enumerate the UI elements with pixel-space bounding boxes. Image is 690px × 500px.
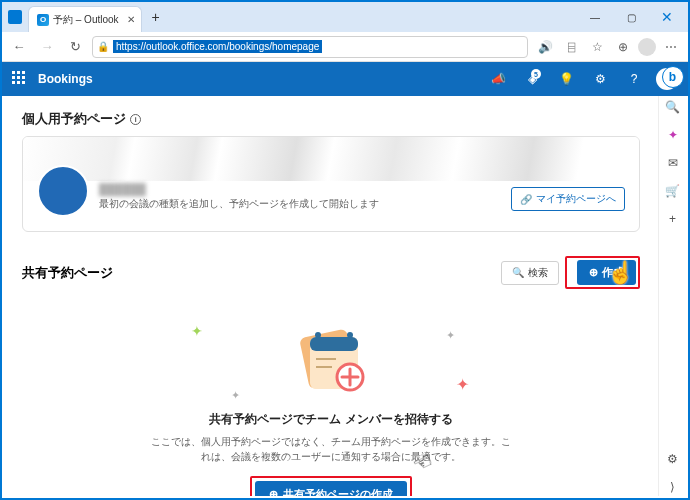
empty-state: ✦ ✦ ✦ ✦ 共有予約ページでチーム メンバーを招待する ここでは、個人用予約…	[22, 299, 640, 496]
app-header: Bookings 📣 ◈5 💡 ⚙ ?	[2, 62, 688, 96]
shared-section-title: 共有予約ページ	[22, 264, 113, 282]
outlook-rail-icon[interactable]: ✉	[664, 154, 682, 172]
add-rail-icon[interactable]: +	[664, 210, 682, 228]
teams-icon[interactable]: 📣	[486, 67, 510, 91]
collections-icon[interactable]: ⊕	[612, 36, 634, 58]
search-rail-icon[interactable]: 🔍	[664, 98, 682, 116]
reading-list-icon[interactable]: ⌸	[560, 36, 582, 58]
user-avatar-large	[37, 165, 89, 217]
profile-icon[interactable]	[638, 38, 656, 56]
url-field[interactable]: 🔒 https://outlook.office.com/bookings/ho…	[92, 36, 528, 58]
main-scroll[interactable]: 個人用予約ページ i ██████ 最初の会議の種類を追加し、予約ページを作成し…	[4, 96, 658, 496]
app-title: Bookings	[38, 72, 93, 86]
notification-badge: 5	[531, 69, 541, 79]
help-icon[interactable]: ?	[622, 67, 646, 91]
browser-tab[interactable]: O 予約 – Outlook ✕	[28, 6, 142, 32]
empty-description: ここでは、個人用予約ページではなく、チーム用予約ページを作成できます。これは、会…	[151, 434, 511, 464]
tab-title: 予約 – Outlook	[53, 13, 119, 27]
forward-button[interactable]: →	[36, 36, 58, 58]
maximize-button[interactable]: ▢	[614, 5, 648, 29]
calendar-illustration	[286, 319, 376, 399]
plus-circle-icon: ⊕	[589, 266, 598, 279]
svg-point-3	[315, 332, 321, 338]
svg-rect-2	[310, 337, 358, 351]
search-icon: 🔍	[512, 267, 524, 278]
tab-close-icon[interactable]: ✕	[127, 14, 135, 25]
edge-browser-icon	[8, 10, 22, 24]
window-controls: — ▢ ✕	[578, 5, 684, 29]
link-icon: 🔗	[520, 194, 532, 205]
url-text: https://outlook.office.com/bookings/home…	[113, 40, 322, 53]
shopping-rail-icon[interactable]: 🛒	[664, 182, 682, 200]
create-shared-page-button[interactable]: ⊕ 共有予約ページの作成	[255, 481, 407, 496]
svg-point-4	[347, 332, 353, 338]
search-button[interactable]: 🔍 検索	[501, 261, 559, 285]
collapse-rail-icon[interactable]: ⟩	[664, 478, 682, 496]
lightbulb-icon[interactable]: 💡	[554, 67, 578, 91]
lock-icon: 🔒	[97, 41, 109, 52]
settings-icon[interactable]: ⚙	[588, 67, 612, 91]
reload-button[interactable]: ↻	[64, 36, 86, 58]
sparkle-icon: ✦	[456, 375, 469, 394]
diamond-icon[interactable]: ◈5	[520, 67, 544, 91]
personal-desc: 最初の会議の種類を追加し、予約ページを作成して開始します	[99, 197, 501, 211]
bing-chat-icon[interactable]: b	[662, 66, 684, 88]
sparkle-icon: ✦	[446, 329, 455, 342]
menu-icon[interactable]: ⋯	[660, 36, 682, 58]
settings-rail-icon[interactable]: ⚙	[664, 450, 682, 468]
favorites-icon[interactable]: ☆	[586, 36, 608, 58]
empty-title: 共有予約ページでチーム メンバーを招待する	[62, 411, 600, 428]
personal-section-title: 個人用予約ページ i	[22, 110, 640, 128]
create-button[interactable]: ⊕ 作成	[577, 260, 636, 285]
highlight-box-create-shared: ⊕ 共有予約ページの作成	[250, 476, 412, 496]
outlook-icon: O	[37, 14, 49, 26]
new-tab-button[interactable]: +	[146, 7, 166, 27]
user-name: ██████	[99, 183, 501, 195]
personal-booking-card: ██████ 最初の会議の種類を追加し、予約ページを作成して開始します 🔗 マイ…	[22, 136, 640, 232]
minimize-button[interactable]: —	[578, 5, 612, 29]
hero-banner	[23, 137, 639, 181]
info-icon[interactable]: i	[130, 114, 141, 125]
app-launcher-icon[interactable]	[12, 71, 28, 87]
browser-sidebar: b 🔍 ✦ ✉ 🛒 + ⚙ ⟩	[658, 96, 686, 496]
plus-circle-icon: ⊕	[269, 488, 278, 496]
audio-icon[interactable]: 🔊	[534, 36, 556, 58]
browser-titlebar: O 予約 – Outlook ✕ + — ▢ ✕	[2, 2, 688, 32]
highlight-box-create: ⊕ 作成	[565, 256, 640, 289]
copilot-rail-icon[interactable]: ✦	[664, 126, 682, 144]
my-booking-page-button[interactable]: 🔗 マイ予約ページへ	[511, 187, 625, 211]
close-window-button[interactable]: ✕	[650, 5, 684, 29]
browser-addressbar: ← → ↻ 🔒 https://outlook.office.com/booki…	[2, 32, 688, 62]
sparkle-icon: ✦	[191, 323, 203, 339]
back-button[interactable]: ←	[8, 36, 30, 58]
shared-section-header: 共有予約ページ 🔍 検索 ⊕ 作成	[22, 256, 640, 289]
sparkle-icon: ✦	[231, 389, 240, 402]
